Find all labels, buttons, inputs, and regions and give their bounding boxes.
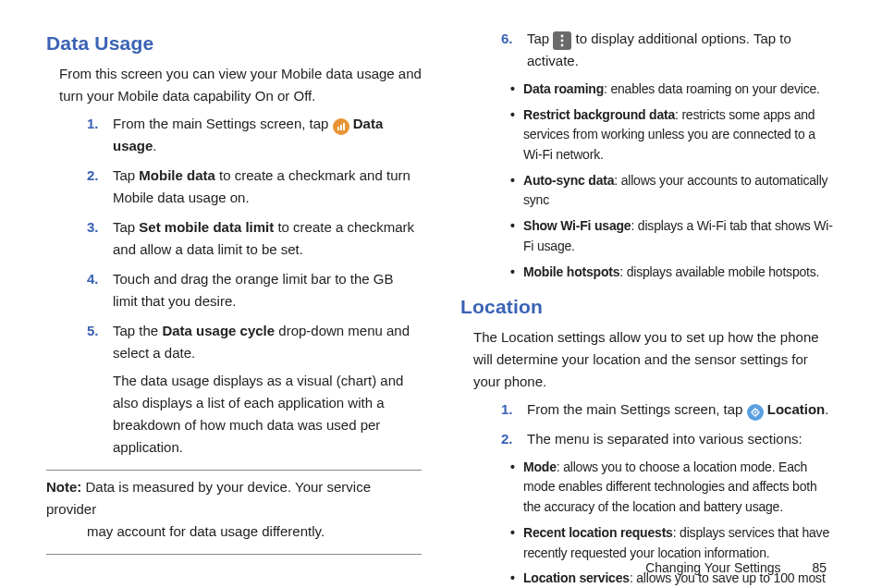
step-text: Tap the	[113, 323, 162, 338]
step-text: Touch and drag the orange limit bar to t…	[113, 271, 394, 309]
bullet-term: Recent location requests	[523, 525, 673, 540]
svg-point-7	[753, 411, 755, 413]
step-6: 6. Tap to display additional options. Ta…	[501, 28, 836, 72]
data-usage-steps: 1. From the main Settings screen, tap Da…	[87, 113, 422, 459]
bullet-term: Data roaming	[523, 81, 604, 96]
divider	[46, 470, 422, 471]
step-bold: Mobile data	[139, 167, 215, 183]
step-1: 1. From the main Settings screen, tap Lo…	[501, 398, 836, 421]
note-block: Note: Data is measured by your device. Y…	[46, 476, 422, 543]
step-5: 5. Tap the Data usage cycle drop-down me…	[87, 320, 422, 459]
list-item: Restrict background data: restricts some…	[510, 105, 836, 165]
step-marker: 1.	[501, 398, 513, 421]
svg-point-4	[561, 40, 564, 43]
step-subtext: The data usage displays as a visual (cha…	[113, 370, 422, 459]
svg-rect-2	[343, 123, 345, 130]
step-tail: .	[153, 138, 156, 153]
bullet-desc: : enables data roaming on your device.	[604, 81, 820, 96]
step-text: From the main Settings screen, tap	[527, 401, 747, 417]
bullet-term: Location services	[523, 570, 630, 585]
bullet-desc: : displays available mobile hotspots.	[619, 264, 819, 279]
list-item: Data roaming: enables data roaming on yo…	[510, 80, 836, 100]
step-marker: 5.	[87, 320, 99, 342]
step-marker: 2.	[87, 165, 99, 187]
divider	[46, 554, 422, 555]
bullet-term: Restrict background data	[523, 107, 675, 122]
step-marker: 6.	[501, 28, 513, 50]
list-item: Auto-sync data: allows your accounts to …	[510, 171, 836, 211]
step-marker: 3.	[87, 216, 99, 239]
step-bold: Location	[767, 401, 826, 417]
step-text: Tap	[527, 31, 553, 46]
step-1: 1. From the main Settings screen, tap Da…	[87, 113, 422, 157]
page-number: 85	[812, 560, 827, 575]
location-heading: Location	[460, 291, 836, 323]
step-marker: 4.	[87, 268, 99, 290]
svg-point-5	[561, 44, 564, 47]
step-text: Tap	[113, 219, 139, 235]
step-6-bullets: Data roaming: enables data roaming on yo…	[510, 80, 836, 282]
list-item: Mobile hotspots: displays available mobi…	[510, 263, 836, 283]
location-icon	[747, 404, 764, 421]
step-bold: Set mobile data limit	[139, 219, 274, 235]
left-column: Data Usage From this screen you can view…	[46, 28, 422, 588]
step-4: 4. Touch and drag the orange limit bar t…	[87, 268, 422, 312]
data-usage-icon	[333, 118, 349, 135]
more-options-icon	[553, 31, 571, 50]
page-footer: Changing Your Settings 85	[645, 560, 827, 575]
chapter-name: Changing Your Settings	[645, 560, 780, 575]
list-item: Mode: allows you to choose a location mo…	[510, 458, 836, 518]
note-rest: may account for data usage differently.	[46, 521, 422, 543]
step-text: From the main Settings screen, tap	[113, 116, 333, 131]
bullet-term: Mode	[523, 459, 557, 474]
step-marker: 1.	[87, 113, 99, 135]
step-2: 2. Tap Mobile data to create a checkmark…	[87, 165, 422, 209]
location-intro: The Location settings allow you to set u…	[473, 326, 836, 393]
location-steps: 1. From the main Settings screen, tap Lo…	[501, 398, 836, 450]
step-2: 2. The menu is separated into various se…	[501, 428, 836, 450]
step-tail: .	[825, 401, 828, 417]
step-text: Tap	[113, 167, 139, 183]
bullet-term: Mobile hotspots	[523, 264, 619, 279]
data-usage-heading: Data Usage	[46, 28, 422, 59]
note-first-line: Data is measured by your device. Your se…	[46, 479, 371, 517]
list-item: Show Wi-Fi usage: displays a Wi-Fi tab t…	[510, 216, 836, 256]
svg-rect-0	[337, 127, 339, 130]
step-3: 3. Tap Set mobile data limit to create a…	[87, 216, 422, 261]
right-column: 6. Tap to display additional options. Ta…	[460, 28, 836, 588]
bullet-term: Auto-sync data	[523, 173, 614, 188]
svg-point-3	[561, 35, 564, 38]
svg-rect-1	[340, 125, 342, 130]
data-usage-steps-cont: 6. Tap to display additional options. Ta…	[501, 28, 836, 72]
step-bold: Data usage cycle	[162, 323, 275, 338]
bullet-term: Show Wi-Fi usage	[523, 218, 631, 233]
step-marker: 2.	[501, 428, 513, 450]
step-text: The menu is separated into various secti…	[527, 431, 802, 447]
data-usage-intro: From this screen you can view your Mobil…	[59, 63, 422, 107]
list-item: Recent location requests: displays servi…	[510, 523, 836, 563]
bullet-desc: : allows you to choose a location mode. …	[523, 459, 817, 514]
note-label: Note:	[46, 479, 81, 495]
